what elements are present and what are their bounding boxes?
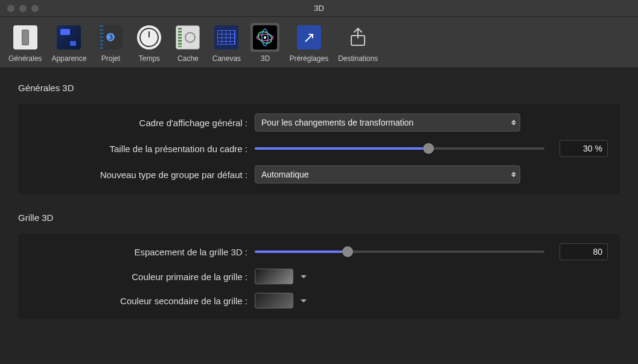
film-icon: [98, 25, 123, 49]
section-title: Grille 3D: [18, 212, 620, 223]
toolbar-label: Canevas: [212, 54, 241, 63]
row-couleur-primaire: Couleur primaire de la grille :: [30, 269, 608, 284]
toolbar-tab-prereglages[interactable]: Préréglages: [287, 22, 331, 64]
titlebar: 3D: [0, 0, 638, 17]
toolbar-tab-temps[interactable]: Temps: [132, 22, 166, 64]
window-title: 3D: [314, 4, 324, 13]
chevron-down-icon[interactable]: [299, 299, 308, 302]
toolbar-label: Temps: [139, 54, 160, 63]
toolbar-tab-3d[interactable]: 3D: [248, 22, 282, 64]
label-couleur-secondaire: Couleur secondaire de la grille :: [30, 296, 247, 306]
label-groupe-defaut: Nouveau type de groupe par défaut :: [30, 170, 247, 180]
chevron-updown-icon: [511, 120, 516, 126]
label-couleur-primaire: Couleur primaire de la grille :: [30, 272, 247, 282]
toolbar-label: Destinations: [338, 54, 378, 63]
section-title: Générales 3D: [18, 83, 620, 93]
slider-espacement-grille[interactable]: [255, 246, 544, 258]
toolbar-tab-destinations[interactable]: Destinations: [336, 22, 380, 64]
arrows-icon: [297, 25, 321, 49]
appearance-icon: [57, 25, 81, 49]
slider-taille-cadre[interactable]: [255, 142, 544, 155]
grid-icon: [214, 25, 238, 49]
select-cadre-affichage[interactable]: Pour les changements de transformation: [255, 113, 520, 132]
row-cadre-affichage: Cadre d'affichage général : Pour les cha…: [30, 113, 608, 132]
toolbar-label: Préréglages: [289, 54, 328, 63]
minimize-window-button[interactable]: [19, 5, 27, 12]
window-controls: [0, 5, 39, 12]
disk-icon: [176, 25, 200, 49]
row-espacement-grille: Espacement de la grille 3D : 80: [30, 243, 608, 260]
slider-thumb[interactable]: [423, 143, 434, 154]
share-icon: [346, 25, 370, 49]
toolbar-tab-canevas[interactable]: Canevas: [209, 22, 243, 64]
label-cadre-affichage: Cadre d'affichage général :: [30, 118, 247, 128]
label-espacement-grille: Espacement de la grille 3D :: [30, 247, 247, 257]
section-body: Cadre d'affichage général : Pour les cha…: [18, 104, 620, 194]
colorwell-secondaire[interactable]: [255, 293, 293, 308]
toolbar-label: Générales: [8, 54, 42, 63]
row-groupe-defaut: Nouveau type de groupe par défaut : Auto…: [30, 165, 608, 184]
chevron-down-icon[interactable]: [299, 275, 308, 278]
toolbar-tab-apparence[interactable]: Apparence: [49, 22, 89, 64]
label-taille-cadre: Taille de la présentation du cadre :: [30, 144, 247, 154]
color-swatch: [255, 269, 293, 284]
slider-thumb[interactable]: [342, 246, 353, 257]
value-taille-cadre[interactable]: 30 %: [560, 140, 608, 157]
section-generales-3d: Générales 3D Cadre d'affichage général :…: [18, 83, 620, 194]
toolbar-tab-cache[interactable]: Cache: [171, 22, 205, 64]
toolbar-label: Apparence: [51, 54, 86, 63]
preferences-content: Générales 3D Cadre d'affichage général :…: [0, 68, 638, 364]
toolbar-label: Cache: [177, 54, 199, 63]
colorwell-primaire[interactable]: [255, 269, 293, 284]
preferences-toolbar: Générales Apparence Projet Temps Cache C…: [0, 17, 638, 68]
maximize-window-button[interactable]: [31, 5, 39, 12]
stopwatch-icon: [137, 25, 161, 49]
row-couleur-secondaire: Couleur secondaire de la grille :: [30, 293, 608, 308]
3d-sphere-icon: [253, 25, 277, 49]
toolbar-tab-projet[interactable]: Projet: [94, 22, 127, 64]
toolbar-label: 3D: [261, 54, 270, 63]
svg-point-3: [264, 36, 266, 39]
select-value: Pour les changements de transformation: [261, 118, 413, 127]
switch-icon: [13, 25, 37, 49]
color-swatch: [255, 293, 293, 308]
row-taille-cadre: Taille de la présentation du cadre : 30 …: [30, 140, 608, 157]
chevron-updown-icon: [511, 172, 516, 177]
section-body: Espacement de la grille 3D : 80 Couleur …: [18, 234, 620, 319]
select-value: Automatique: [261, 170, 309, 179]
toolbar-label: Projet: [101, 54, 120, 63]
section-grille-3d: Grille 3D Espacement de la grille 3D : 8…: [18, 212, 620, 319]
toolbar-tab-generales[interactable]: Générales: [6, 22, 44, 64]
close-window-button[interactable]: [7, 5, 14, 12]
select-groupe-defaut[interactable]: Automatique: [255, 165, 520, 184]
value-espacement-grille[interactable]: 80: [560, 243, 608, 260]
